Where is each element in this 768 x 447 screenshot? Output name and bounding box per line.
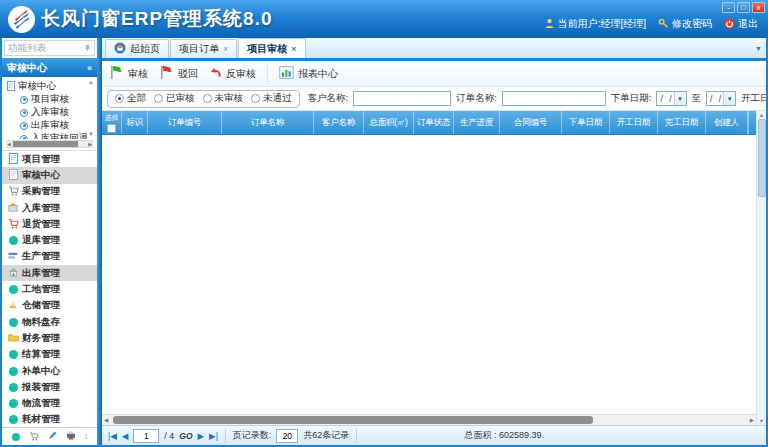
tab-overflow-icon[interactable]: ▼ xyxy=(755,45,762,52)
column-header-开工日期[interactable]: 开工日期 xyxy=(610,111,658,134)
column-header-总面积(㎡)[interactable]: 总面积(㎡) xyxy=(364,111,414,134)
scroll-left-icon[interactable]: ◀ xyxy=(7,140,11,148)
sidebar-item-报装管理[interactable]: 报装管理 xyxy=(2,379,97,395)
tab-close-icon[interactable]: × xyxy=(223,44,228,54)
column-header-标识[interactable]: 标识 xyxy=(122,111,148,134)
sidebar-item-退库管理[interactable]: 退库管理 xyxy=(2,232,97,248)
scroll-right-icon[interactable]: ▶ xyxy=(88,140,92,148)
tree-item-入库审核回退[interactable]: 入库审核回退 xyxy=(7,132,87,139)
sidebar-item-结算管理[interactable]: 结算管理 xyxy=(2,347,97,363)
tree-horizontal-scrollbar[interactable]: ◀ ▶ xyxy=(6,140,93,148)
grid-horizontal-scrollbar[interactable]: ◀ ▶ xyxy=(102,414,756,425)
tab-项目审核[interactable]: 项目审核× xyxy=(238,38,305,58)
pin-icon[interactable] xyxy=(84,43,91,54)
dropdown-icon[interactable]: ▼ xyxy=(723,92,735,105)
sidebar-item-审核中心[interactable]: 审核中心 xyxy=(2,167,97,183)
collapse-panel-icon[interactable]: « xyxy=(87,63,92,73)
last-page-button[interactable]: ▶| xyxy=(209,431,218,441)
dot-icon xyxy=(9,383,18,392)
column-header-下单日期[interactable]: 下单日期 xyxy=(562,111,610,134)
minimize-button[interactable]: - xyxy=(722,2,735,13)
sidebar-item-补单中心[interactable]: 补单中心 xyxy=(2,363,97,379)
radio-未通过[interactable]: 未通过 xyxy=(251,92,292,105)
sidebar-item-label: 入库管理 xyxy=(22,202,60,215)
order-date-end-picker[interactable]: / / ▼ xyxy=(706,91,736,106)
column-header-完工日期[interactable]: 完工日期 xyxy=(658,111,706,134)
column-header-label: 客户名称 xyxy=(322,117,355,129)
grid-vscroll-thumb[interactable] xyxy=(758,119,766,197)
function-list-box[interactable]: 功能列表 xyxy=(4,40,95,56)
tree-item-入库审核[interactable]: 入库审核 xyxy=(7,106,87,119)
tree-item-项目审核[interactable]: 项目审核 xyxy=(7,93,87,106)
column-header-选择[interactable]: 选择 xyxy=(102,111,122,134)
scroll-right-icon[interactable]: ▶ xyxy=(750,417,754,423)
column-header-订单状态[interactable]: 订单状态 xyxy=(414,111,454,134)
sidebar-item-财务管理[interactable]: 财务管理 xyxy=(2,330,97,346)
order-name-input[interactable] xyxy=(502,91,606,106)
first-page-button[interactable]: |◀ xyxy=(108,431,117,441)
radio-全部[interactable]: 全部 xyxy=(115,92,146,105)
tab-label: 起始页 xyxy=(130,42,160,56)
logout-button[interactable]: 退出 xyxy=(724,17,758,31)
toolbar-button-驳回[interactable]: 驳回 xyxy=(159,65,198,82)
sidebar-item-物流管理[interactable]: 物流管理 xyxy=(2,395,97,411)
dock-dot-icon[interactable] xyxy=(12,433,20,441)
sidebar-item-入库管理[interactable]: 入库管理 xyxy=(2,200,97,216)
tree-root[interactable]: 审核中心 xyxy=(7,80,87,93)
maximize-button[interactable]: □ xyxy=(737,2,750,13)
scroll-left-icon[interactable]: ◀ xyxy=(104,417,108,423)
sidebar-item-出库管理[interactable]: 出库管理 xyxy=(2,265,97,281)
radio-已审核[interactable]: 已审核 xyxy=(154,92,195,105)
grid-hscroll-thumb[interactable] xyxy=(113,416,593,424)
page-total-label: / 4 xyxy=(164,431,174,441)
sidebar-item-项目管理[interactable]: 项目管理 xyxy=(2,151,97,167)
sidebar-item-工地管理[interactable]: 工地管理 xyxy=(2,281,97,297)
go-button[interactable]: GO xyxy=(179,431,192,441)
scroll-up-icon[interactable]: ▲ xyxy=(759,112,764,118)
sidebar-item-退货管理[interactable]: 退货管理 xyxy=(2,216,97,232)
dock-printer-icon[interactable] xyxy=(66,431,76,442)
page-size-label: 页记录数: xyxy=(233,429,272,442)
tree-item-出库审核[interactable]: 出库审核 xyxy=(7,119,87,132)
column-header-订单名称[interactable]: 订单名称 xyxy=(222,111,314,134)
column-header-合同编号[interactable]: 合同编号 xyxy=(500,111,562,134)
scroll-down-icon[interactable]: ▼ xyxy=(759,418,764,424)
current-user[interactable]: 当前用户:经理[经理] xyxy=(544,17,646,31)
page-number-input[interactable] xyxy=(133,429,159,443)
sidebar-item-生产管理[interactable]: 生产管理 xyxy=(2,249,97,265)
radio-未审核[interactable]: 未审核 xyxy=(203,92,244,105)
order-date-picker[interactable]: / / ▼ xyxy=(656,91,686,106)
column-header-生产进度[interactable]: 生产进度 xyxy=(454,111,500,134)
tree-scroll-arrows[interactable]: ▲▼ xyxy=(88,79,95,139)
dock-pen-icon[interactable] xyxy=(48,431,57,442)
sidebar-item-耗材管理[interactable]: 耗材管理 xyxy=(2,412,97,427)
dropdown-icon[interactable]: ▼ xyxy=(674,92,686,105)
cart-icon xyxy=(8,185,19,198)
column-header-创建人[interactable]: 创建人 xyxy=(706,111,748,134)
dock-overflow-icon[interactable]: ⁞ xyxy=(85,433,87,440)
select-all-checkbox[interactable] xyxy=(107,124,116,133)
toolbar-button-报表中心[interactable]: 报表中心 xyxy=(279,66,338,81)
sidebar-item-label: 工地管理 xyxy=(22,283,60,296)
next-page-button[interactable]: ▶ xyxy=(198,431,205,441)
dot-icon xyxy=(9,236,18,245)
grid-vertical-scrollbar[interactable]: ▲ ▼ xyxy=(756,111,766,425)
toolbar-button-反审核[interactable]: 反审核 xyxy=(209,67,256,81)
toolbar-button-审核[interactable]: 审核 xyxy=(109,65,148,82)
customer-name-input[interactable] xyxy=(353,91,451,106)
tree-scroll-thumb[interactable] xyxy=(13,141,78,147)
sidebar-item-仓储管理[interactable]: 仓储管理 xyxy=(2,298,97,314)
column-header-客户名称[interactable]: 客户名称 xyxy=(314,111,364,134)
sidebar-item-物料盘存[interactable]: 物料盘存 xyxy=(2,314,97,330)
tab-close-icon[interactable]: × xyxy=(291,44,296,54)
tab-起始页[interactable]: 起始页 xyxy=(105,39,169,58)
tab-项目订单[interactable]: 项目订单× xyxy=(170,39,237,58)
close-button[interactable]: x xyxy=(752,2,765,13)
column-header-订单编号[interactable]: 订单编号 xyxy=(148,111,222,134)
dock-cart-icon[interactable] xyxy=(29,431,39,443)
page-size-input[interactable] xyxy=(276,429,298,443)
panel-header[interactable]: 审核中心 « xyxy=(2,58,97,77)
change-password-button[interactable]: 修改密码 xyxy=(658,17,712,31)
sidebar-item-采购管理[interactable]: 采购管理 xyxy=(2,184,97,200)
prev-page-button[interactable]: ◀ xyxy=(122,431,129,441)
